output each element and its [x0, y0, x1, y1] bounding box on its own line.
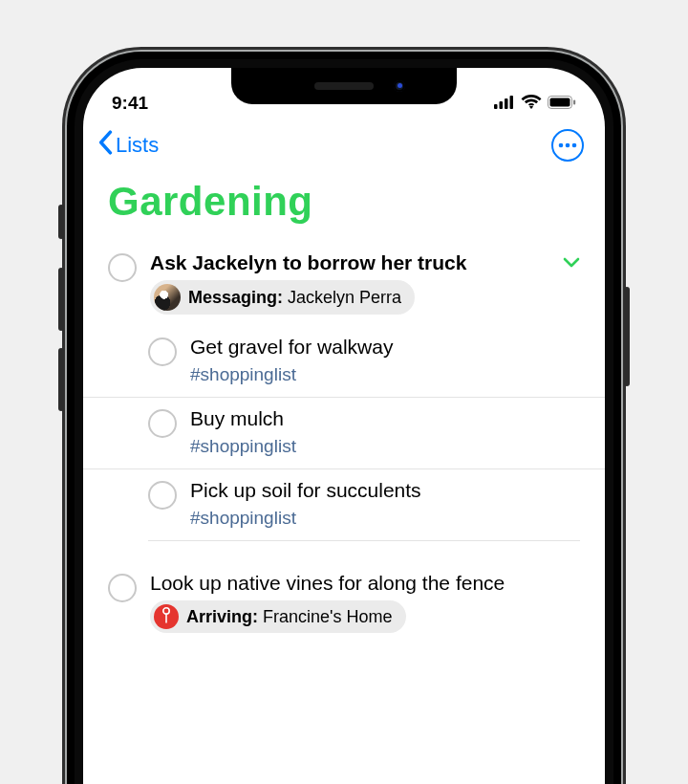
reminder-tag[interactable]: #shoppinglist [190, 364, 580, 385]
battery-icon [548, 93, 576, 114]
reminder-row[interactable]: Ask Jackelyn to borrow her truck Messagi… [83, 242, 605, 326]
screen: 9:41 Lis [83, 68, 605, 784]
messaging-badge[interactable]: Messaging: Jackelyn Perra [150, 280, 415, 315]
reminder-row[interactable]: Get gravel for walkway #shoppinglist [83, 326, 605, 397]
complete-checkbox[interactable] [148, 481, 177, 510]
cellular-icon [494, 93, 515, 114]
reminder-row[interactable]: Pick up soil for succulents #shoppinglis… [83, 468, 605, 540]
reminder-row[interactable]: Look up native vines for along the fence… [83, 562, 605, 644]
badge-label: Messaging: [188, 288, 283, 307]
reminder-row[interactable]: Buy mulch #shoppinglist [83, 397, 605, 468]
speaker-grille [314, 82, 374, 90]
location-pin-icon [154, 604, 179, 629]
reminder-tag[interactable]: #shoppinglist [190, 436, 580, 457]
svg-rect-2 [505, 98, 508, 109]
location-badge[interactable]: Arriving: Francine's Home [150, 600, 406, 633]
svg-rect-0 [494, 104, 498, 109]
complete-checkbox[interactable] [108, 574, 137, 602]
notch [231, 68, 457, 104]
nav-bar: Lists [83, 118, 605, 169]
badge-value: Francine's Home [263, 607, 392, 626]
svg-rect-1 [500, 101, 504, 109]
complete-checkbox[interactable] [108, 253, 137, 282]
contact-avatar [154, 284, 181, 311]
volume-down-button [58, 348, 64, 411]
page-title: Gardening [83, 169, 605, 242]
back-label: Lists [116, 133, 159, 158]
volume-up-button [58, 268, 64, 331]
svg-rect-5 [550, 98, 570, 107]
reminder-title: Buy mulch [190, 407, 580, 430]
status-time: 9:41 [112, 93, 148, 114]
complete-checkbox[interactable] [148, 338, 177, 366]
svg-point-8 [566, 143, 570, 148]
chevron-left-icon [97, 130, 114, 161]
more-button[interactable] [551, 129, 584, 162]
badge-label: Arriving: [186, 607, 258, 626]
subtask-list: Get gravel for walkway #shoppinglist Buy… [83, 326, 605, 540]
complete-checkbox[interactable] [148, 409, 177, 438]
badge-value: Jackelyn Perra [288, 288, 401, 307]
divider [148, 540, 580, 562]
mute-switch [58, 205, 64, 239]
reminder-tag[interactable]: #shoppinglist [190, 508, 580, 529]
svg-rect-3 [510, 96, 514, 109]
phone-frame: 9:41 Lis [67, 52, 621, 784]
power-button [624, 287, 630, 386]
phone-bezel: 9:41 Lis [75, 59, 613, 784]
back-button[interactable]: Lists [97, 130, 159, 161]
front-camera [394, 80, 405, 92]
svg-point-9 [572, 143, 577, 148]
ellipsis-icon [558, 142, 577, 148]
reminder-title: Look up native vines for along the fence [150, 572, 580, 595]
reminder-title: Ask Jackelyn to borrow her truck [150, 251, 466, 274]
svg-point-7 [559, 143, 564, 148]
chevron-down-icon[interactable] [563, 254, 580, 272]
reminder-title: Pick up soil for succulents [190, 479, 580, 502]
reminder-title: Get gravel for walkway [190, 336, 580, 359]
svg-rect-6 [573, 100, 575, 105]
wifi-icon [521, 93, 542, 114]
